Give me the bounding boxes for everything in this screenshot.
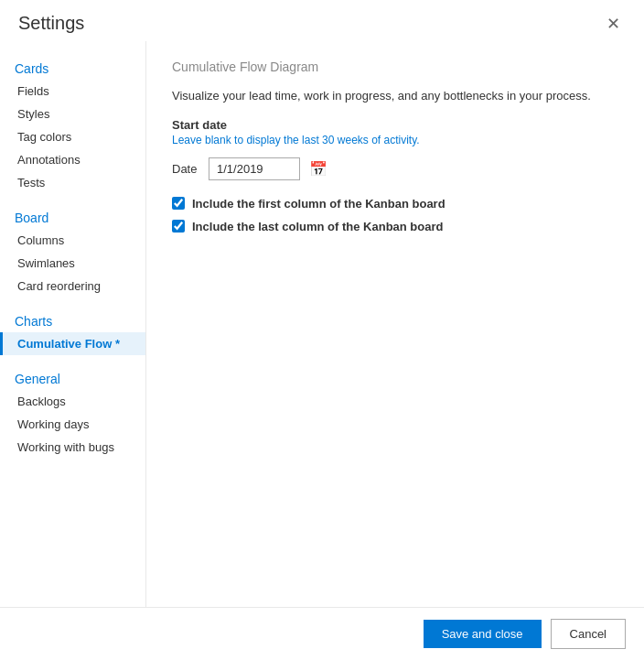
settings-dialog: Settings ✕ Cards Fields Styles Tag color… (0, 0, 644, 660)
sidebar-section-charts[interactable]: Charts (0, 305, 145, 332)
dialog-footer: Save and close Cancel (0, 607, 644, 660)
checkbox-row-last-column: Include the last column of the Kanban bo… (172, 220, 618, 233)
first-column-label[interactable]: Include the first column of the Kanban b… (192, 197, 445, 211)
close-button[interactable]: ✕ (601, 14, 626, 34)
sidebar-item-tag-colors[interactable]: Tag colors (0, 125, 145, 148)
date-field-label: Date (172, 162, 199, 176)
dialog-header: Settings ✕ (0, 0, 644, 41)
sidebar-item-annotations[interactable]: Annotations (0, 148, 145, 171)
save-and-close-button[interactable]: Save and close (424, 620, 542, 648)
last-column-label[interactable]: Include the last column of the Kanban bo… (192, 220, 443, 233)
sidebar: Cards Fields Styles Tag colors Annotatio… (0, 41, 146, 607)
section-title: Cumulative Flow Diagram (172, 60, 618, 74)
sidebar-item-working-with-bugs[interactable]: Working with bugs (0, 436, 145, 459)
sidebar-section-board[interactable]: Board (0, 201, 145, 229)
description: Visualize your lead time, work in progre… (172, 87, 618, 105)
sidebar-item-styles[interactable]: Styles (0, 103, 145, 125)
cancel-button[interactable]: Cancel (551, 619, 626, 649)
calendar-icon[interactable]: 📅 (309, 160, 327, 178)
main-content: Cumulative Flow Diagram Visualize your l… (146, 41, 644, 607)
sidebar-item-swimlanes[interactable]: Swimlanes (0, 252, 145, 275)
last-column-checkbox[interactable] (172, 220, 185, 233)
description-text: Visualize your lead time, work in progre… (172, 89, 591, 103)
dialog-body: Cards Fields Styles Tag colors Annotatio… (0, 41, 644, 607)
start-date-hint: Leave blank to display the last 30 weeks… (172, 134, 618, 146)
sidebar-item-cumulative-flow[interactable]: Cumulative Flow * (0, 332, 145, 355)
checkbox-row-first-column: Include the first column of the Kanban b… (172, 197, 618, 211)
date-input[interactable] (209, 157, 300, 180)
sidebar-section-cards[interactable]: Cards (0, 52, 145, 80)
sidebar-item-columns[interactable]: Columns (0, 229, 145, 252)
sidebar-section-general[interactable]: General (0, 362, 145, 390)
sidebar-item-card-reordering[interactable]: Card reordering (0, 275, 145, 298)
dialog-title: Settings (18, 13, 84, 34)
sidebar-item-working-days[interactable]: Working days (0, 413, 145, 436)
date-row: Date 📅 (172, 157, 618, 180)
first-column-checkbox[interactable] (172, 197, 185, 210)
sidebar-item-tests[interactable]: Tests (0, 171, 145, 194)
sidebar-item-fields[interactable]: Fields (0, 80, 145, 103)
sidebar-item-backlogs[interactable]: Backlogs (0, 390, 145, 413)
start-date-label: Start date (172, 118, 618, 132)
